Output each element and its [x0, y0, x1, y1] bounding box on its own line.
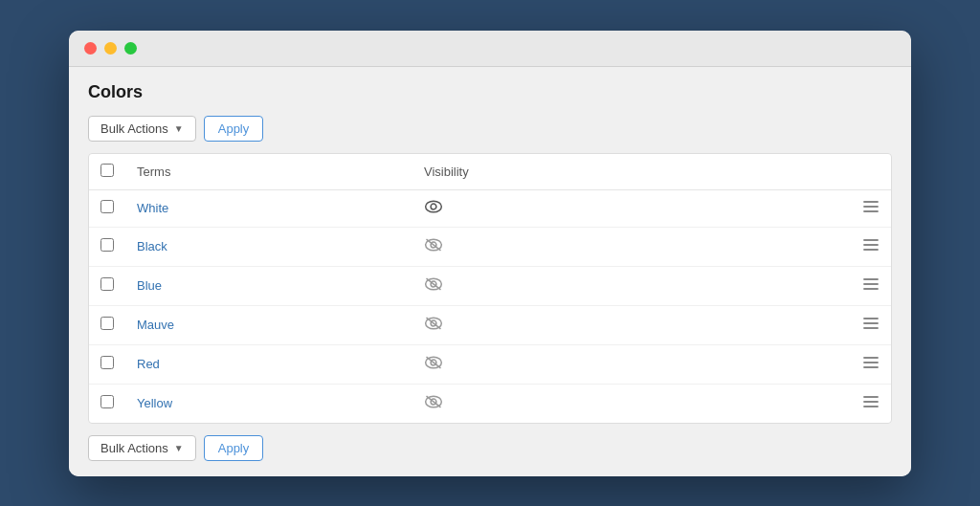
row-menu-icon[interactable]: [862, 395, 880, 411]
visibility-icon[interactable]: [424, 200, 443, 217]
maximize-button[interactable]: [124, 42, 137, 55]
top-toolbar: Bulk Actions ▼ Apply: [88, 116, 892, 142]
visibility-column-header: Visibility: [412, 154, 843, 190]
bulk-actions-label: Bulk Actions: [100, 121, 168, 136]
term-label: White: [137, 201, 168, 215]
actions-column-header: [843, 154, 891, 190]
select-all-header: [89, 154, 125, 190]
table-row: Mauve: [89, 305, 891, 344]
colors-table: Terms Visibility White Black: [89, 154, 891, 423]
table-body: White Black Blue Mauve: [89, 189, 891, 423]
visibility-icon[interactable]: [424, 394, 443, 413]
row-menu-icon[interactable]: [862, 356, 880, 372]
visibility-icon[interactable]: [424, 316, 443, 335]
svg-point-1: [431, 204, 436, 209]
term-label: Red: [137, 357, 160, 371]
row-checkbox[interactable]: [100, 395, 114, 408]
terms-column-header: Terms: [125, 154, 412, 190]
titlebar: [69, 31, 911, 67]
table-row: Black: [89, 227, 891, 266]
page-content: Colors Bulk Actions ▼ Apply Terms Visibi…: [69, 67, 911, 476]
bulk-actions-label-bottom: Bulk Actions: [100, 441, 168, 455]
bulk-actions-dropdown-bottom[interactable]: Bulk Actions ▼: [88, 435, 196, 461]
term-label: Yellow: [137, 396, 172, 410]
visibility-icon[interactable]: [424, 276, 443, 296]
apply-button-top[interactable]: Apply: [204, 116, 264, 142]
row-checkbox[interactable]: [100, 356, 114, 369]
row-menu-icon[interactable]: [862, 238, 880, 254]
table-row: Yellow: [89, 384, 891, 423]
row-checkbox[interactable]: [100, 200, 114, 213]
page-title: Colors: [88, 82, 892, 102]
visibility-icon[interactable]: [424, 355, 443, 374]
table-row: White: [89, 189, 891, 227]
app-window: Colors Bulk Actions ▼ Apply Terms Visibi…: [69, 31, 911, 476]
row-menu-icon[interactable]: [862, 317, 880, 333]
row-checkbox[interactable]: [100, 277, 114, 291]
term-label: Black: [137, 239, 167, 253]
bulk-actions-dropdown[interactable]: Bulk Actions ▼: [88, 116, 196, 142]
chevron-down-icon-bottom: ▼: [174, 443, 184, 453]
colors-table-container: Terms Visibility White Black: [88, 153, 892, 424]
term-label: Blue: [137, 278, 162, 293]
row-checkbox[interactable]: [100, 238, 114, 252]
row-menu-icon[interactable]: [862, 200, 880, 216]
row-checkbox[interactable]: [100, 317, 114, 330]
apply-button-bottom[interactable]: Apply: [204, 435, 264, 461]
minimize-button[interactable]: [104, 42, 117, 55]
visibility-icon[interactable]: [424, 237, 443, 256]
bottom-toolbar: Bulk Actions ▼ Apply: [88, 435, 892, 461]
close-button[interactable]: [84, 42, 97, 55]
term-label: Mauve: [137, 318, 174, 332]
table-header-row: Terms Visibility: [89, 154, 891, 190]
select-all-checkbox[interactable]: [100, 164, 114, 177]
table-row: Red: [89, 344, 891, 384]
table-row: Blue: [89, 266, 891, 305]
svg-point-0: [426, 201, 442, 212]
row-menu-icon[interactable]: [862, 277, 880, 294]
chevron-down-icon: ▼: [174, 123, 184, 134]
